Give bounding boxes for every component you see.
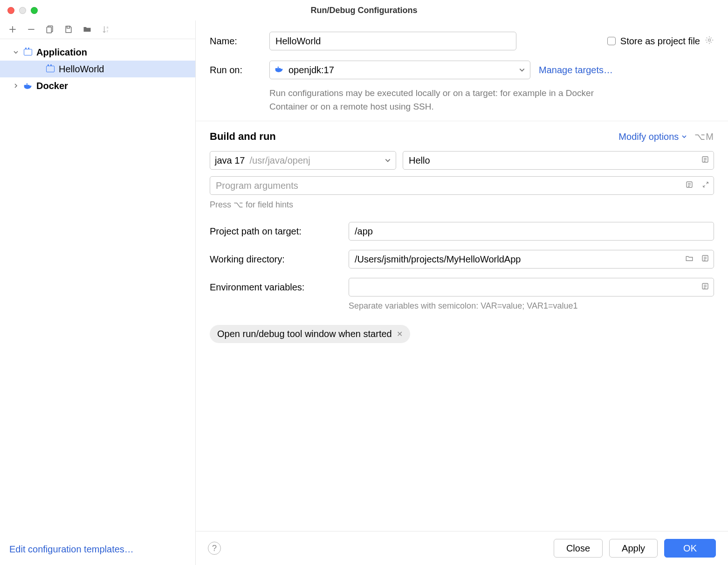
application-icon [23, 48, 33, 57]
workdir-input[interactable] [349, 250, 714, 269]
jdk-select[interactable]: java 17 /usr/java/openj [210, 151, 396, 170]
runon-select[interactable]: openjdk:17 [269, 61, 530, 79]
svg-rect-16 [278, 67, 279, 68]
modify-shortcut: ⌥M [694, 131, 714, 142]
sidebar-toolbar: az [0, 21, 195, 39]
svg-rect-5 [67, 26, 70, 28]
list-icon[interactable] [701, 155, 709, 165]
chevron-down-icon [519, 65, 525, 76]
tree-label: Docker [36, 81, 68, 91]
svg-point-12 [708, 39, 711, 41]
tree-node-docker[interactable]: Docker [0, 77, 195, 94]
args-hint: Press ⌥ for field hints [210, 200, 714, 210]
folder-icon[interactable] [685, 254, 694, 264]
list-icon[interactable] [701, 282, 709, 292]
save-config-icon[interactable] [63, 24, 74, 34]
runon-hint: Run configurations may be executed local… [269, 87, 614, 113]
sort-icon[interactable]: az [101, 24, 111, 34]
name-label: Name: [210, 36, 261, 47]
store-checkbox[interactable] [607, 37, 616, 45]
build-run-title: Build and run [210, 131, 276, 143]
chevron-right-icon[interactable] [13, 83, 20, 89]
remove-config-icon[interactable] [26, 24, 36, 34]
runon-label: Run on: [210, 65, 261, 76]
store-label: Store as project file [620, 36, 700, 47]
copy-config-icon[interactable] [45, 24, 55, 34]
svg-text:a: a [107, 26, 109, 29]
svg-text:z: z [107, 29, 109, 32]
main-panel: Name: Store as project file Run on: [196, 21, 728, 565]
ok-button[interactable]: OK [664, 539, 716, 558]
list-icon[interactable] [701, 254, 709, 264]
tree-label: HelloWorld [59, 64, 104, 75]
add-config-icon[interactable] [7, 24, 18, 34]
window-minimize-icon [19, 7, 26, 14]
svg-rect-11 [27, 83, 28, 85]
apply-button[interactable]: Apply [609, 539, 658, 558]
project-path-label: Project path on target: [210, 226, 340, 237]
env-input[interactable] [349, 278, 714, 296]
dialog-footer: ? Close Apply OK [196, 531, 728, 565]
modify-options-link[interactable]: Modify options [618, 131, 687, 142]
tree-node-helloworld[interactable]: HelloWorld [0, 61, 195, 77]
program-args-input[interactable] [210, 176, 714, 195]
svg-rect-4 [47, 27, 51, 33]
name-input[interactable] [269, 32, 516, 50]
edit-templates-link[interactable]: Edit configuration templates… [9, 544, 134, 554]
sidebar: az Application HelloWorld [0, 21, 196, 565]
manage-targets-link[interactable]: Manage targets… [539, 65, 613, 76]
option-chip[interactable]: Open run/debug tool window when started … [210, 325, 410, 343]
close-icon[interactable]: ✕ [397, 330, 403, 338]
env-hint: Separate variables with semicolon: VAR=v… [349, 301, 714, 311]
help-icon[interactable]: ? [208, 542, 221, 555]
runon-value: openjdk:17 [288, 65, 334, 76]
tree-node-application[interactable]: Application [0, 44, 195, 61]
config-tree: Application HelloWorld Docker [0, 39, 195, 537]
main-class-input[interactable] [403, 151, 714, 170]
window-close-icon[interactable] [7, 7, 14, 14]
chip-label: Open run/debug tool window when started [217, 329, 392, 339]
chevron-down-icon [385, 155, 391, 166]
list-icon[interactable] [685, 180, 694, 191]
docker-icon [275, 64, 284, 76]
project-path-input[interactable] [349, 222, 714, 241]
window-title: Run/Debug Configurations [0, 6, 728, 15]
tree-label: Application [36, 47, 87, 58]
gear-icon[interactable] [705, 35, 714, 47]
titlebar: Run/Debug Configurations [0, 0, 728, 21]
close-button[interactable]: Close [554, 539, 603, 558]
folder-move-icon[interactable] [82, 24, 92, 34]
docker-icon [23, 81, 33, 90]
application-icon [46, 64, 55, 74]
expand-icon[interactable] [702, 181, 709, 190]
workdir-label: Working directory: [210, 254, 340, 265]
env-label: Environment variables: [210, 282, 340, 293]
window-zoom-icon[interactable] [31, 7, 38, 14]
chevron-down-icon[interactable] [13, 49, 20, 55]
